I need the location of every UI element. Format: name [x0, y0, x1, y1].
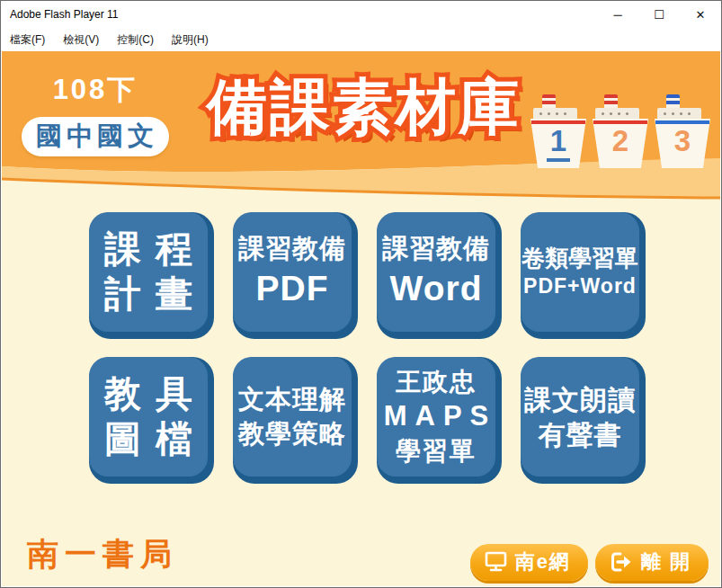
- tile-grid: 課程 計畫 課習教備 PDF 課習教備 Word 卷類學習單: [89, 212, 646, 484]
- boat-deck-icon: [595, 108, 639, 120]
- tile-face: 教具 圖檔: [89, 357, 208, 477]
- menu-item-control[interactable]: 控制(C): [108, 28, 163, 51]
- exit-icon: [610, 551, 633, 573]
- publisher-logo: 南一書局: [27, 533, 178, 575]
- tile-label: PDF+Word: [523, 273, 637, 300]
- tile-label: 課文朗讀: [524, 382, 636, 417]
- boat-deck-icon: [533, 108, 577, 120]
- monitor-icon: [485, 551, 507, 572]
- tile-label: 有聲書: [539, 417, 622, 452]
- tile-textbook-pdf[interactable]: 課習教備 PDF: [233, 212, 358, 339]
- tile-face: 課習教備 PDF: [233, 212, 352, 332]
- tile-face: 課文朗讀 有聲書: [521, 357, 639, 477]
- tile-teaching-aid-images[interactable]: 教具 圖檔: [89, 357, 214, 484]
- menu-item-view[interactable]: 檢視(V): [54, 28, 108, 51]
- window-controls: ─ ☐ ✕: [597, 1, 721, 28]
- tile-label: 卷類學習單: [521, 244, 638, 274]
- close-button[interactable]: ✕: [680, 1, 721, 28]
- semester-label: 108下: [22, 71, 169, 109]
- tile-label: MAPS: [376, 398, 497, 434]
- boat-deck-icon: [657, 108, 701, 120]
- exit-button[interactable]: 離 開: [595, 544, 709, 581]
- tile-label: 學習單: [396, 435, 477, 468]
- tile-label: PDF: [256, 266, 329, 312]
- tile-course-plan[interactable]: 課程 計畫: [89, 212, 214, 339]
- window-title: Adobe Flash Player 11: [1, 8, 597, 21]
- flash-content: 108下 國中國文 備課素材庫 備課素材庫 1: [2, 51, 720, 586]
- minimize-button[interactable]: ─: [597, 1, 638, 28]
- edition-block: 108下 國中國文: [22, 71, 169, 156]
- tile-label: 教具: [90, 372, 207, 416]
- tile-audio-reading[interactable]: 課文朗讀 有聲書: [521, 357, 646, 484]
- boat-2[interactable]: 2: [593, 94, 648, 168]
- tile-label: 課習教備: [238, 232, 346, 266]
- app-title: 備課素材庫 備課素材庫: [192, 60, 536, 154]
- nan-e-web-button[interactable]: 南e網: [470, 544, 588, 581]
- app-window: Adobe Flash Player 11 ─ ☐ ✕ 檔案(F) 檢視(V) …: [0, 0, 722, 588]
- tile-label: 計畫: [90, 272, 207, 316]
- title-bar: Adobe Flash Player 11 ─ ☐ ✕: [1, 1, 721, 28]
- boat-number: 3: [674, 126, 691, 157]
- tile-label: 教學策略: [238, 417, 346, 451]
- boat-hull-icon: 1: [530, 119, 586, 168]
- tile-label: Word: [390, 266, 483, 312]
- boat-number: 1: [547, 126, 570, 162]
- boat-hull-icon: 3: [655, 119, 710, 168]
- menu-item-file[interactable]: 檔案(F): [1, 28, 54, 51]
- tile-label: 課程: [90, 227, 207, 272]
- boat-hull-icon: 2: [593, 119, 648, 168]
- tile-face: 課程 計畫: [89, 212, 208, 332]
- footer-buttons: 南e網 離 開: [470, 544, 709, 581]
- nan-e-web-label: 南e網: [515, 548, 571, 575]
- tile-face: 卷類學習單 PDF+Word: [521, 212, 639, 332]
- boat-3[interactable]: 3: [655, 94, 710, 168]
- tile-label: 課習教備: [382, 232, 490, 266]
- subject-badge: 國中國文: [22, 117, 169, 156]
- tile-text-comprehension-strategy[interactable]: 文本理解 教學策略: [233, 357, 358, 484]
- app-title-text: 備課素材庫: [192, 60, 536, 154]
- boat-1[interactable]: 1: [530, 94, 586, 168]
- tile-label: 文本理解: [238, 383, 346, 417]
- tile-worksheets-pdf-word[interactable]: 卷類學習單 PDF+Word: [521, 212, 646, 339]
- tile-label: 王政忠: [396, 366, 477, 398]
- tile-maps-worksheet[interactable]: 王政忠 MAPS 學習單: [377, 357, 502, 484]
- tile-face: 課習教備 Word: [377, 212, 495, 332]
- exit-label: 離 開: [641, 548, 691, 575]
- boat-number: 2: [612, 126, 628, 157]
- maximize-button[interactable]: ☐: [638, 1, 680, 28]
- tile-face: 王政忠 MAPS 學習單: [377, 357, 495, 477]
- volume-selector: 1 2 3: [530, 94, 710, 168]
- tile-textbook-word[interactable]: 課習教備 Word: [377, 212, 502, 339]
- menu-bar: 檔案(F) 檢視(V) 控制(C) 說明(H): [1, 28, 721, 51]
- tile-face: 文本理解 教學策略: [233, 357, 352, 477]
- tile-label: 圖檔: [90, 417, 207, 461]
- menu-item-help[interactable]: 說明(H): [163, 28, 218, 51]
